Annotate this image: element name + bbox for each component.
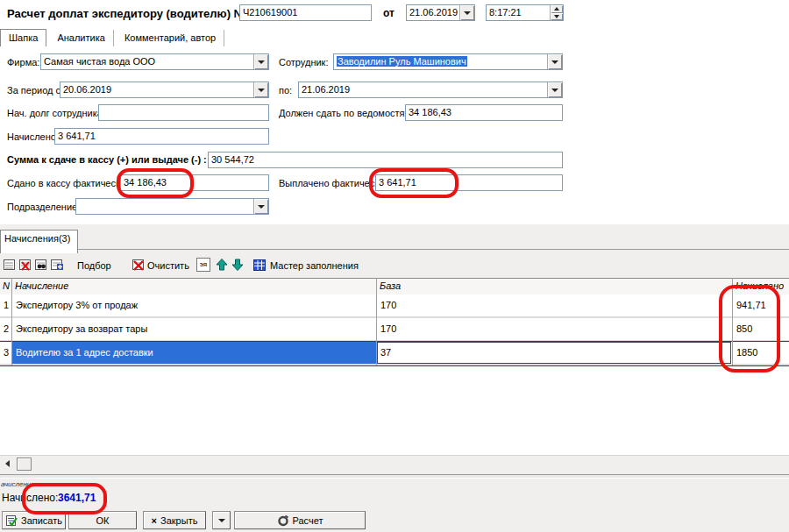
table-row[interactable]: 2 Экспедитору за возврат тары 170 850: [0, 318, 789, 342]
cash-actual-label: Сдано в кассу фактически:: [7, 178, 128, 188]
ok-button[interactable]: ОК: [68, 511, 137, 529]
chevron-down-icon: [218, 519, 225, 522]
doc-number-input[interactable]: Ч210619001: [239, 4, 372, 21]
tab-accruals[interactable]: Начисления(3): [0, 230, 78, 253]
sort-icon[interactable]: эя: [196, 258, 210, 272]
h-scrollbar[interactable]: [0, 455, 789, 472]
accrued-input[interactable]: 3 641,71: [54, 128, 269, 145]
grid-line: [732, 278, 733, 365]
clear-table-icon[interactable]: [132, 258, 146, 272]
doc-time-spinner[interactable]: 8:17:21: [486, 4, 564, 21]
sum-label: Сумма к сдаче в кассу (+) или выдаче (-)…: [7, 154, 207, 165]
find-row-icon[interactable]: [34, 258, 48, 272]
delete-row-icon[interactable]: [18, 258, 32, 272]
fill-master-button[interactable]: Мастер заполнения: [270, 259, 359, 273]
pick-button[interactable]: Подбор: [77, 259, 111, 273]
doc-date-combo[interactable]: 21.06.2019: [406, 4, 475, 21]
tab-shapka[interactable]: Шапка: [0, 29, 46, 46]
paid-actual-input[interactable]: 3 641,71: [375, 174, 563, 191]
col-header-accrued: Начислено: [736, 280, 784, 291]
chevron-down-icon[interactable]: [253, 82, 268, 97]
must-hand-over-input[interactable]: 34 186,43: [405, 104, 563, 121]
time-spin-buttons[interactable]: [550, 5, 563, 20]
selected-text: Заводилин Руль Машинович: [337, 56, 467, 67]
division-label: Подразделение:: [7, 202, 80, 212]
total-label: Начислено:: [2, 492, 58, 504]
chevron-down-icon[interactable]: [547, 82, 562, 97]
table-header: N Начисление База Начислено: [0, 278, 789, 295]
spin-down-icon: [550, 13, 563, 21]
divider: [0, 474, 789, 479]
total-value: 3641,71: [58, 492, 96, 504]
table-row-selected[interactable]: 3 Водителю за 1 адрес доставки 37 1850: [0, 342, 789, 365]
paid-actual-label: Выплачено фактически:: [279, 178, 387, 188]
close-button[interactable]: × Закрыть: [143, 511, 206, 529]
employee-combo[interactable]: Заводилин Руль Машинович: [333, 53, 563, 70]
page-title: Расчет доплат экспедитору (водителю) №: [7, 7, 246, 20]
save-icon: [5, 514, 18, 527]
col-header-n: N: [3, 280, 10, 291]
doc-date-label: от: [383, 7, 394, 19]
col-header-base: База: [380, 280, 401, 291]
cash-actual-input[interactable]: 34 186,43: [120, 174, 269, 191]
must-hand-over-label: Должен сдать по ведомостям:: [279, 108, 414, 118]
sum-input[interactable]: 30 544,72: [208, 152, 563, 168]
initial-debt-input[interactable]: [98, 104, 269, 121]
fill-master-icon[interactable]: [252, 258, 267, 272]
document-window: Расчет доплат экспедитору (водителю) № Ч…: [0, 0, 789, 532]
firm-label: Фирма:: [7, 57, 39, 67]
scroll-thumb[interactable]: [17, 458, 32, 471]
chevron-down-icon[interactable]: [547, 54, 562, 69]
grid-line: [376, 278, 377, 365]
move-down-icon[interactable]: [231, 258, 244, 272]
panel-caption: ачисления: [1, 480, 35, 488]
tab-analytics[interactable]: Аналитика: [49, 30, 113, 46]
grid-line: [11, 278, 12, 365]
scroll-left-icon[interactable]: [2, 458, 13, 469]
spin-up-icon: [550, 5, 563, 13]
close-icon: ×: [152, 515, 157, 526]
clear-button[interactable]: Очистить: [147, 259, 189, 273]
period-to-label: по:: [279, 85, 292, 96]
close-options-button[interactable]: [212, 511, 231, 529]
period-from-label: За период с:: [7, 85, 63, 96]
table-row[interactable]: 1 Экспедитору 3% от продаж 170 941,71: [0, 294, 789, 318]
initial-debt-label: Нач. долг сотрудника:: [7, 108, 105, 118]
employee-label: Сотрудник:: [279, 57, 329, 67]
copy-row-icon[interactable]: [50, 258, 64, 272]
chevron-down-icon[interactable]: [459, 5, 474, 20]
move-up-icon[interactable]: [216, 258, 228, 272]
tab-comment[interactable]: Комментарий, автор: [117, 30, 224, 46]
accruals-toolbar: Подбор Очистить эя Мастер заполнения: [0, 257, 789, 274]
col-header-name: Начисление: [15, 280, 68, 291]
tabstrip-line: [0, 249, 789, 250]
save-button[interactable]: Записать: [2, 511, 66, 529]
accrued-label: Начислено:: [7, 131, 59, 142]
firm-combo[interactable]: Самая чистая вода ООО: [40, 53, 269, 70]
division-combo[interactable]: [75, 198, 269, 215]
period-to-combo[interactable]: 21.06.2019: [298, 82, 563, 98]
header-tabs: Шапка Аналитика Комментарий, автор: [0, 29, 224, 47]
select-row-icon[interactable]: [3, 258, 17, 272]
chevron-down-icon[interactable]: [253, 54, 268, 69]
period-from-combo[interactable]: 20.06.2019: [60, 82, 269, 98]
calc-icon: [277, 514, 289, 527]
chevron-down-icon[interactable]: [253, 199, 268, 214]
calc-button[interactable]: Расчет: [234, 511, 366, 529]
